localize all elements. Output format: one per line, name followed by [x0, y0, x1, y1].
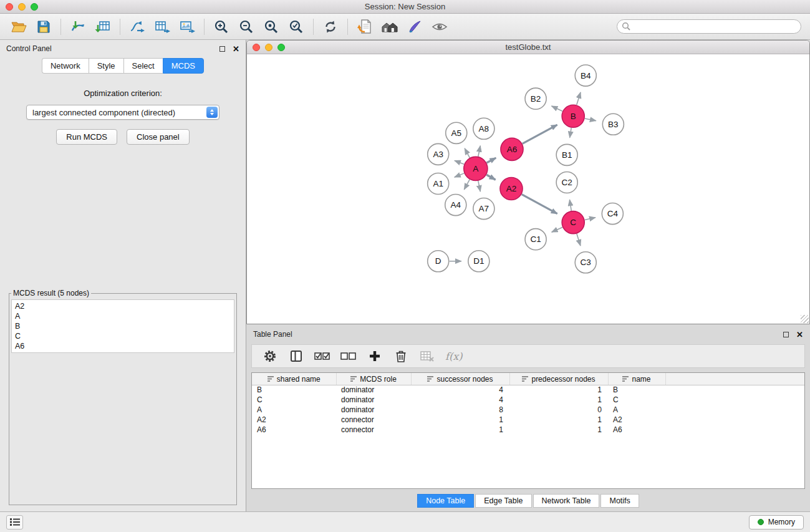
fullscreen-window-button[interactable] — [31, 3, 38, 11]
table-cell[interactable]: C — [608, 395, 665, 405]
table-settings-button[interactable] — [258, 346, 282, 366]
show-columns-button[interactable] — [284, 346, 308, 366]
graph-edge-B-B1[interactable] — [570, 128, 572, 138]
save-session-button[interactable] — [31, 16, 56, 37]
tab-edge-table[interactable]: Edge Table — [475, 494, 531, 508]
table-row[interactable]: Adominator80A — [252, 405, 804, 415]
graph-edge-A-A2[interactable] — [486, 175, 495, 180]
mcds-result-item[interactable]: A — [15, 311, 231, 321]
tab-node-table[interactable]: Node Table — [417, 494, 474, 508]
column-header-predecessor-nodes[interactable]: predecessor nodes — [509, 373, 608, 385]
apply-layout-button[interactable] — [125, 16, 150, 37]
mcds-result-list[interactable]: A2ABCA6 — [11, 299, 234, 353]
refresh-button[interactable] — [318, 16, 343, 37]
table-cell[interactable]: dominator — [336, 405, 411, 415]
graph-edge-C-C4[interactable] — [585, 218, 595, 220]
export-image-button[interactable] — [175, 16, 200, 37]
show-hide-button[interactable] — [427, 16, 452, 37]
annotation-brush-button[interactable] — [402, 16, 427, 37]
graph-node-A6[interactable]: A6 — [501, 138, 523, 160]
deselect-all-button[interactable] — [337, 346, 360, 366]
graph-node-D1[interactable]: D1 — [468, 251, 489, 272]
table-cell[interactable]: 1 — [509, 415, 608, 425]
export-table-button[interactable] — [150, 16, 175, 37]
graph-node-C4[interactable]: C4 — [602, 203, 623, 225]
table-row[interactable]: A6connector11A6 — [252, 425, 804, 435]
graph-node-C[interactable]: C — [562, 211, 584, 234]
graph-node-B2[interactable]: B2 — [525, 88, 546, 109]
graph-node-B1[interactable]: B1 — [556, 144, 577, 165]
graph-edge-A2-C[interactable] — [522, 195, 557, 214]
tab-motifs[interactable]: Motifs — [600, 494, 639, 508]
table-cell[interactable]: connector — [336, 415, 411, 425]
graph-edge-B-B3[interactable] — [585, 118, 596, 121]
close-panel-icon[interactable]: ✕ — [233, 45, 239, 53]
graph-edge-A6-B[interactable] — [523, 125, 557, 143]
graph-node-C2[interactable]: C2 — [556, 172, 577, 193]
node-table[interactable]: shared nameMCDS rolesuccessor nodesprede… — [251, 372, 805, 489]
table-cell[interactable]: 1 — [509, 395, 608, 405]
resize-handle[interactable] — [801, 315, 809, 323]
minimize-window-button[interactable] — [18, 3, 26, 11]
table-cell[interactable]: 1 — [411, 425, 509, 435]
graph-node-A1[interactable]: A1 — [428, 173, 449, 194]
graph-node-A4[interactable]: A4 — [445, 195, 466, 216]
zoom-in-button[interactable] — [209, 16, 234, 37]
table-cell[interactable]: 0 — [509, 405, 608, 415]
memory-button[interactable]: Memory — [749, 515, 804, 530]
open-session-button[interactable] — [6, 16, 31, 37]
tab-select[interactable]: Select — [123, 58, 163, 74]
select-all-button[interactable] — [311, 346, 334, 366]
mcds-result-item[interactable]: A2 — [15, 301, 231, 311]
mcds-result-item[interactable]: B — [15, 321, 231, 331]
tab-network-table[interactable]: Network Table — [533, 494, 600, 508]
zoom-network-button[interactable] — [277, 44, 285, 51]
table-cell[interactable]: dominator — [336, 395, 411, 405]
table-cell[interactable]: A2 — [252, 415, 336, 425]
graph-node-A3[interactable]: A3 — [428, 143, 449, 165]
graph-node-A2[interactable]: A2 — [500, 177, 523, 200]
table-cell[interactable]: 1 — [509, 385, 608, 395]
optimization-dropdown[interactable]: largest connected component (directed) — [26, 105, 219, 120]
function-builder-button[interactable]: f(x) — [441, 346, 466, 366]
graph-node-A7[interactable]: A7 — [473, 198, 494, 220]
close-panel-button[interactable]: Close panel — [127, 129, 190, 145]
table-cell[interactable]: A2 — [608, 415, 665, 425]
add-column-button[interactable] — [363, 346, 387, 366]
close-table-panel-icon[interactable]: ✕ — [796, 331, 803, 339]
run-mcds-button[interactable]: Run MCDS — [56, 129, 117, 145]
zoom-fit-button[interactable] — [259, 16, 284, 37]
task-history-button[interactable] — [6, 515, 23, 530]
table-cell[interactable]: 4 — [411, 395, 509, 405]
table-cell[interactable]: A — [608, 405, 665, 415]
float-table-panel-icon[interactable] — [783, 332, 789, 337]
graph-node-C3[interactable]: C3 — [575, 252, 596, 273]
table-cell[interactable]: 8 — [411, 405, 509, 415]
table-cell[interactable]: A — [252, 405, 336, 415]
network-canvas[interactable]: B4B2BB3A5A8A6B1A3AC2A1A2A4A7C4CC1C3DD1 — [247, 54, 809, 324]
table-cell[interactable]: 1 — [411, 415, 509, 425]
graph-node-B4[interactable]: B4 — [575, 65, 596, 86]
graph-edge-A-A7[interactable] — [478, 181, 480, 191]
table-cell[interactable]: 4 — [411, 385, 509, 395]
zoom-selected-button[interactable] — [284, 16, 309, 37]
graph-node-B3[interactable]: B3 — [602, 114, 624, 135]
tab-mcds[interactable]: MCDS — [163, 58, 204, 74]
graph-edge-A-A6[interactable] — [487, 158, 496, 163]
column-header-shared-name[interactable]: shared name — [252, 373, 336, 385]
graph-node-C1[interactable]: C1 — [525, 229, 546, 250]
table-cell[interactable]: 1 — [509, 425, 608, 435]
graph-edge-A-A1[interactable] — [455, 173, 464, 177]
graph-node-A8[interactable]: A8 — [473, 118, 494, 139]
import-table-button[interactable] — [90, 16, 115, 37]
minimize-network-button[interactable] — [265, 44, 272, 51]
column-header-name[interactable]: name — [608, 373, 665, 385]
graph-node-A[interactable]: A — [464, 157, 488, 180]
search-input[interactable] — [617, 19, 801, 34]
table-cell[interactable]: B — [608, 385, 665, 395]
graph-edge-B-B2[interactable] — [552, 106, 562, 111]
column-header-MCDS-role[interactable]: MCDS role — [336, 373, 411, 385]
graph-edge-C-C1[interactable] — [552, 227, 562, 232]
graph-edge-A-A4[interactable] — [464, 180, 470, 190]
table-cell[interactable]: A6 — [252, 425, 336, 435]
